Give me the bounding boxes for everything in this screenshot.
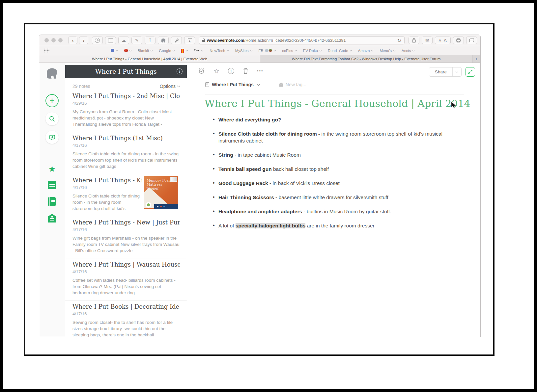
history-button[interactable]: [92, 37, 103, 44]
mail-button[interactable]: ✉: [422, 37, 433, 44]
larger-text-button[interactable]: A: [443, 38, 447, 43]
work-chat-button[interactable]: [45, 131, 59, 144]
tags-button[interactable]: [48, 214, 56, 222]
bullet-segment: - in tape cabinet Music Room: [233, 152, 301, 158]
bookmark-item[interactable]: [181, 49, 188, 53]
more-options-icon[interactable]: •••: [257, 68, 264, 73]
note-list-item[interactable]: Where I Put Things (1st Misc) 4/17/16 Si…: [65, 132, 187, 174]
bullet-segment: A lot of: [218, 223, 236, 228]
bookmark-item[interactable]: FB: [259, 49, 276, 53]
note-bullet: Hair Thinning Scissors - basement little…: [218, 194, 454, 201]
markup-extension-button[interactable]: ✎: [131, 37, 142, 44]
bookmark-item[interactable]: Google: [159, 49, 175, 53]
refresh-icon[interactable]: ↻: [395, 38, 401, 43]
sidebar-button[interactable]: [105, 37, 116, 44]
expand-note-button[interactable]: [466, 67, 475, 77]
note-bullet: String - in tape cabinet Music Room: [218, 151, 454, 158]
chevron-down-icon: [257, 83, 260, 85]
evernote-clipper-button[interactable]: [158, 37, 169, 44]
options-button[interactable]: Options: [160, 84, 180, 89]
notebook-info-button[interactable]: i: [177, 68, 183, 74]
bookmark-item[interactable]: EV Roku: [303, 49, 322, 53]
note-meta-row: Where I Put Things New tag...: [205, 82, 306, 87]
url-path: /Home.action#n=cede902d-330f-4450-b742-6…: [244, 38, 346, 43]
text-extension-button[interactable]: I: [145, 37, 155, 44]
favorite-star-icon[interactable]: ☆: [213, 68, 219, 74]
note-list-item[interactable]: Where I Put Things - Ki... 4/17/16 Silen…: [65, 174, 187, 216]
note-bullets[interactable]: Where did everything go?Silence Cloth ta…: [218, 116, 454, 236]
icloud-tabs-button[interactable]: ☁: [118, 37, 129, 44]
minimize-window-button[interactable]: [51, 38, 56, 42]
note-snippet: Silence Cloth table cloth for dining roo…: [72, 151, 180, 170]
share-dropdown-button[interactable]: [452, 67, 461, 76]
bookmark-label: Google: [159, 49, 171, 53]
search-button[interactable]: [45, 112, 59, 125]
bullet-segment: Silence Cloth table cloth for dining roo…: [218, 131, 322, 137]
tab-overview-button[interactable]: [466, 37, 477, 44]
url-domain: www.evernote.com: [207, 38, 244, 43]
bookmark-item[interactable]: Bkmklt: [138, 49, 153, 53]
note-list-item[interactable]: Where I Put Things - 2nd Misc | Clot... …: [65, 91, 187, 132]
share-button[interactable]: Share: [429, 67, 452, 76]
tab-evernote-web[interactable]: Where I Put Things - General Household |…: [39, 55, 260, 63]
bookmark-item[interactable]: MySites: [235, 49, 252, 53]
notes-button[interactable]: [48, 181, 56, 189]
bookmark-item[interactable]: Read+Code: [328, 49, 352, 53]
note-title-preview: Where I Put Things - 2nd Misc | Clot...: [72, 92, 180, 99]
chevron-down-icon: [129, 49, 132, 51]
bookmark-item[interactable]: [111, 49, 118, 52]
note-list-item[interactable]: Where I Put Things | Wausau House ... 4/…: [65, 258, 187, 301]
zoom-window-button[interactable]: [58, 38, 63, 42]
back-button[interactable]: ‹: [68, 37, 77, 44]
bookmark-item[interactable]: Menu's: [380, 49, 395, 53]
wrench-icon: [174, 38, 179, 43]
print-button[interactable]: [453, 37, 464, 44]
note-editor-pane: ☆ i ••• Share Where I Put Things: [187, 63, 480, 337]
note-list-item[interactable]: Where I Put Books | Decorating Idea... 4…: [65, 301, 187, 337]
note-list-item[interactable]: Where I Put Things - New | Just Purc... …: [65, 216, 187, 258]
tag-input[interactable]: New tag...: [279, 82, 306, 87]
bookmark-item[interactable]: NewTech: [210, 49, 229, 53]
new-tab-button[interactable]: +: [472, 55, 480, 63]
note-list-subheader: 29 notes Options: [65, 78, 187, 91]
window-controls[interactable]: [44, 38, 63, 42]
chevron-down-icon: [393, 49, 396, 51]
bookmark-item[interactable]: [124, 49, 131, 52]
notebooks-button[interactable]: [48, 197, 56, 206]
screenshot-stage: ‹ › ☁ ✎ I www.evernote.com /Home.action#…: [0, 0, 537, 392]
wrench-extension-button[interactable]: [171, 37, 182, 44]
tab-evernote-forum[interactable]: Where Did Text Formatting Toolbar Go? - …: [260, 55, 472, 63]
shortcuts-button[interactable]: ★: [48, 165, 56, 173]
reminder-clock-icon[interactable]: [198, 67, 205, 74]
close-window-button[interactable]: [44, 38, 49, 42]
notebook-selector[interactable]: Where I Put Things: [205, 82, 260, 87]
apps-grid-icon[interactable]: [44, 48, 49, 53]
mouse-cursor: [451, 101, 457, 109]
address-bar[interactable]: www.evernote.com /Home.action#n=cede902d…: [199, 36, 405, 44]
note-bullet: Tennis ball speed gun back hall closet t…: [218, 166, 454, 172]
note-title[interactable]: Where I Put Things - General Household |…: [205, 97, 465, 110]
bookmark-item[interactable]: ccPics: [282, 49, 297, 53]
share-page-button[interactable]: [409, 37, 419, 44]
note-snippet: My Carryons from Guest Room - Colin clos…: [72, 109, 180, 127]
bullet-segment: Headphone and amplifier adapters -: [218, 209, 307, 214]
meta-divider: [205, 94, 464, 94]
add-bookmark-extension-button[interactable]: [184, 37, 195, 44]
smaller-text-button[interactable]: A: [439, 39, 441, 42]
forward-button[interactable]: ›: [79, 37, 88, 44]
chevron-down-icon: [294, 49, 297, 51]
font-size-buttons[interactable]: A A: [435, 37, 451, 44]
note-title-preview: Where I Put Things - Ki...: [72, 177, 142, 184]
bookmark-item[interactable]: Accts: [402, 49, 414, 53]
new-note-button[interactable]: +: [45, 94, 59, 107]
thumbnail-strip: [154, 204, 178, 209]
star-line-icon: [187, 38, 192, 43]
bookmark-item[interactable]: Amazn: [358, 49, 374, 53]
note-info-icon[interactable]: i: [228, 68, 234, 74]
chevron-down-icon: [273, 49, 276, 51]
trash-icon[interactable]: [243, 68, 248, 74]
bookmark-label: FB: [259, 49, 264, 53]
bookmark-item[interactable]: [194, 49, 203, 52]
note-list-panel: Where I Put Things i 29 notes Options Wh…: [65, 63, 187, 337]
blue-doc-icon: [111, 49, 114, 52]
